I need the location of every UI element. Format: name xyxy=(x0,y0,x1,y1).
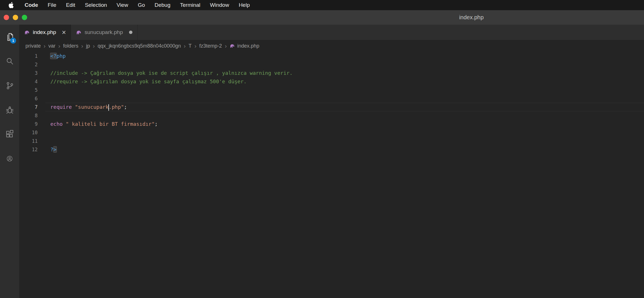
code-text: //include -> Çağrılan dosya yok ise de s… xyxy=(50,69,293,77)
extensions-icon[interactable] xyxy=(0,122,19,146)
breadcrumb-separator-icon: › xyxy=(184,42,186,49)
window-controls xyxy=(4,10,27,25)
code-text: <?php xyxy=(50,52,66,60)
line-number: 10 xyxy=(19,128,38,137)
apple-logo-icon[interactable] xyxy=(8,2,14,8)
breadcrumb: private›var›folders›jp›qqx_jkqn6ngbcs9q5… xyxy=(19,40,644,52)
menu-item-selection[interactable]: Selection xyxy=(80,0,112,10)
breadcrumb-item[interactable]: jp xyxy=(86,43,90,49)
line-number: 4 xyxy=(19,77,38,86)
breadcrumb-item[interactable]: T xyxy=(188,43,192,49)
breadcrumb-item[interactable]: folders xyxy=(63,43,78,49)
breadcrumb-separator-icon: › xyxy=(225,42,227,49)
debug-icon[interactable] xyxy=(0,98,19,122)
line-number: 2 xyxy=(19,60,38,69)
breadcrumb-separator-icon: › xyxy=(93,42,95,49)
code-line-9[interactable]: 9echo " kaliteli bir BT firmasıdır"; xyxy=(19,120,644,128)
code-line-12[interactable]: 12?> xyxy=(19,145,644,154)
code-line-1[interactable]: 1<?php xyxy=(19,52,644,60)
menu-item-window[interactable]: Window xyxy=(205,0,234,10)
line-number: 12 xyxy=(19,145,38,154)
menu-item-debug[interactable]: Debug xyxy=(150,0,175,10)
line-number: 11 xyxy=(19,137,38,145)
line-number: 8 xyxy=(19,111,38,120)
code-text: echo " kaliteli bir BT firmasıdır"; xyxy=(50,120,158,128)
code-line-6[interactable]: 6 xyxy=(19,94,644,103)
activity-bar: 1 xyxy=(0,25,19,298)
breadcrumb-item[interactable]: var xyxy=(48,43,55,49)
menu-item-terminal[interactable]: Terminal xyxy=(175,0,205,10)
php-file-icon xyxy=(24,29,30,35)
code-line-5[interactable]: 5 xyxy=(19,86,644,94)
menu-item-go[interactable]: Go xyxy=(133,0,150,10)
code-editor[interactable]: 1<?php23//include -> Çağrılan dosya yok … xyxy=(19,52,644,298)
menu-item-code[interactable]: Code xyxy=(20,0,43,10)
breadcrumb-item[interactable]: private xyxy=(25,43,41,49)
menu-bar-items: CodeFileEditSelectionViewGoDebugTerminal… xyxy=(20,0,255,10)
code-line-10[interactable]: 10 xyxy=(19,128,644,137)
line-number: 5 xyxy=(19,86,38,94)
window-title-bar: index.php xyxy=(0,10,644,25)
code-line-8[interactable]: 8 xyxy=(19,111,644,120)
menu-item-view[interactable]: View xyxy=(112,0,133,10)
code-line-4[interactable]: 4//require -> Çağırılan dosya yok ise sa… xyxy=(19,77,644,86)
source-control-icon[interactable] xyxy=(0,73,19,98)
zoom-window-button[interactable] xyxy=(22,15,27,20)
line-number: 1 xyxy=(19,52,38,60)
menu-item-file[interactable]: File xyxy=(43,0,61,10)
editor-lines: 1<?php23//include -> Çağrılan dosya yok … xyxy=(19,52,644,154)
tab-label: index.php xyxy=(33,29,56,35)
close-window-button[interactable] xyxy=(4,15,9,20)
tab-bar: index.php×sunucupark.php xyxy=(19,25,644,40)
breadcrumb-item[interactable]: fz3temp-2 xyxy=(199,43,222,49)
line-number: 7 xyxy=(19,103,38,111)
breadcrumb-separator-icon: › xyxy=(194,42,196,49)
tab-label: sunucupark.php xyxy=(85,29,123,35)
search-icon[interactable] xyxy=(0,49,19,73)
breadcrumb-separator-icon: › xyxy=(44,42,46,49)
explorer-icon[interactable]: 1 xyxy=(0,25,19,49)
code-text: //require -> Çağırılan dosya yok ise say… xyxy=(50,77,247,86)
breadcrumb-separator-icon: › xyxy=(81,42,83,49)
code-line-3[interactable]: 3//include -> Çağrılan dosya yok ise de … xyxy=(19,69,644,77)
code-line-7[interactable]: 7require "sunucupark.php"; xyxy=(19,103,644,111)
window-title: index.php xyxy=(459,10,484,25)
tab-sunucupark.php[interactable]: sunucupark.php xyxy=(71,25,138,40)
breadcrumb-item[interactable]: qqx_jkqn6ngbcs9q5m88n04c0000gn xyxy=(98,43,181,49)
line-number: 9 xyxy=(19,120,38,128)
php-file-icon xyxy=(229,43,235,49)
code-text: ?> xyxy=(50,145,57,154)
account-icon[interactable] xyxy=(0,146,19,171)
tab-index.php[interactable]: index.php× xyxy=(19,25,71,40)
code-text: require "sunucupark.php"; xyxy=(50,103,127,111)
explorer-badge: 1 xyxy=(10,38,16,44)
unsaved-dot-icon[interactable] xyxy=(129,31,132,34)
line-number: 6 xyxy=(19,94,38,103)
breadcrumb-separator-icon: › xyxy=(58,42,60,49)
line-number: 3 xyxy=(19,69,38,77)
breadcrumb-item[interactable]: index.php xyxy=(229,43,259,49)
php-file-icon xyxy=(76,29,82,35)
code-line-2[interactable]: 2 xyxy=(19,60,644,69)
minimize-window-button[interactable] xyxy=(13,15,18,20)
code-line-11[interactable]: 11 xyxy=(19,137,644,145)
close-tab-icon[interactable]: × xyxy=(62,29,66,36)
menu-bar: CodeFileEditSelectionViewGoDebugTerminal… xyxy=(0,0,644,10)
menu-item-help[interactable]: Help xyxy=(234,0,255,10)
menu-item-edit[interactable]: Edit xyxy=(61,0,80,10)
